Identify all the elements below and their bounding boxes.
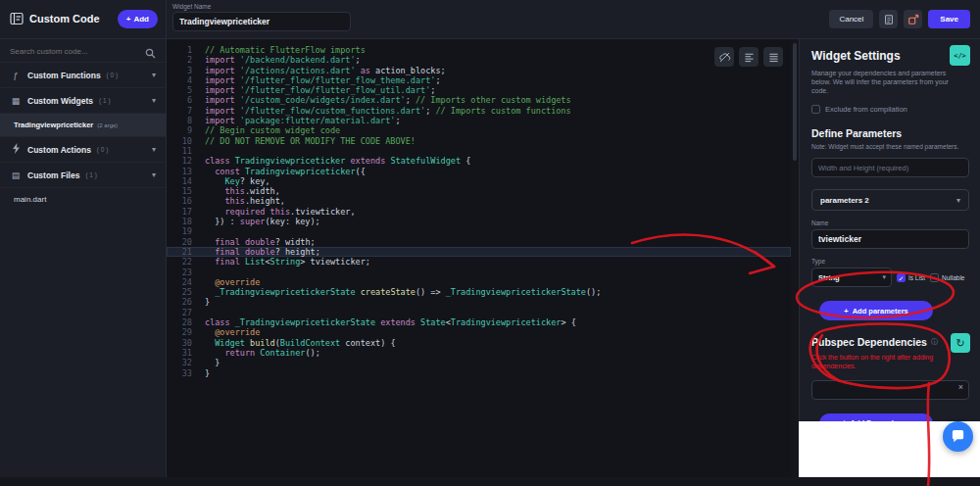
code-lines: 1// Automatic FlutterFlow imports2import… [167, 45, 791, 378]
parameter-group-header[interactable]: parameters 2 ▾ [811, 189, 969, 211]
line-number: 32 [167, 358, 192, 367]
line-number: 33 [167, 368, 192, 378]
chevron-down-icon[interactable]: ▾ [152, 96, 156, 105]
view-code-button[interactable]: </> [950, 45, 970, 66]
code-line: 15 this.width, [167, 186, 791, 196]
code-line: 11 [167, 146, 791, 156]
code-line: 16 this.height, [167, 196, 791, 206]
line-number: 28 [167, 317, 192, 327]
line-number: 30 [167, 338, 192, 348]
format-code-icon[interactable] [739, 47, 759, 67]
code-line: 31 return Container(); [167, 348, 791, 358]
sidebar-search [0, 39, 166, 63]
type-field-label: Type [811, 258, 968, 265]
line-number: 22 [167, 257, 192, 267]
code-line: 9// Begin custom widget code [167, 125, 791, 135]
file-list-item-main-dart[interactable]: main.dart [0, 188, 166, 210]
files-icon: ▤ [10, 170, 22, 180]
line-number: 16 [167, 196, 192, 206]
search-input[interactable] [0, 39, 142, 63]
width-height-input[interactable] [811, 158, 969, 177]
type-select[interactable]: String ▾ [811, 267, 892, 287]
line-number: 12 [167, 156, 192, 166]
code-line: 5import '/flutter_flow/flutter_flow_util… [167, 85, 791, 95]
parameter-name-input[interactable] [811, 229, 969, 249]
widget-name-input[interactable] [172, 12, 351, 31]
page-title: Custom Code [29, 13, 100, 24]
refresh-dependencies-button[interactable]: ↻ [951, 333, 970, 353]
actions-icon [10, 143, 22, 156]
line-number: 6 [167, 95, 192, 105]
scrollbar-thumb[interactable] [793, 43, 797, 161]
pubspec-dependencies-title: Pubspec Dependencies [811, 336, 927, 348]
exclude-from-compilation-checkbox[interactable]: Exclude from compilation [811, 105, 968, 114]
code-line: 14 Key? key, [167, 176, 791, 186]
panel-title: Widget Settings [811, 49, 968, 63]
code-line: 19 [167, 226, 791, 236]
chat-support-button[interactable] [943, 421, 973, 452]
code-line: 8import 'package:flutter/material.dart'; [167, 116, 791, 125]
checkbox-checked[interactable]: ✓ [897, 273, 906, 282]
line-number: 31 [167, 348, 192, 358]
sidebar: Custom Code +Add ƒ Custom Functions ( 0 … [0, 0, 167, 477]
line-number: 5 [167, 85, 192, 95]
line-number: 13 [167, 167, 192, 176]
widgets-icon: ▦ [10, 96, 22, 106]
line-number: 10 [167, 136, 192, 146]
line-wrap-icon[interactable] [763, 47, 783, 67]
line-number: 7 [167, 106, 192, 116]
bottom-bar [0, 477, 980, 486]
flutterflow-custom-code-screen: Custom Code +Add ƒ Custom Functions ( 0 … [0, 0, 980, 486]
sidebar-item-custom-files[interactable]: ▤ Custom Files ( 1 ) ▾ [0, 163, 166, 188]
code-editor[interactable]: 1// Automatic FlutterFlow imports2import… [167, 39, 791, 477]
copy-code-button[interactable] [879, 10, 898, 28]
checkbox-unchecked[interactable] [930, 273, 939, 282]
dependency-input[interactable] [811, 380, 969, 400]
add-parameters-button[interactable]: + Add parameters [819, 301, 933, 320]
chevron-down-icon[interactable]: ▾ [152, 71, 156, 79]
checkbox-unchecked[interactable] [811, 105, 820, 114]
line-number: 8 [167, 116, 192, 125]
save-button[interactable]: Save [928, 10, 970, 28]
sidebar-header: Custom Code +Add [0, 0, 166, 39]
search-icon [145, 45, 156, 63]
editor-toolbar [714, 47, 783, 67]
widget-list-item-selected[interactable]: Tradingviewpriceticker (2 args) [0, 114, 166, 137]
chevron-down-icon[interactable]: ▾ [152, 170, 156, 179]
plus-icon: + [844, 307, 848, 316]
line-number: 21 [167, 247, 192, 257]
pubspec-note-red: Click the button on the right after addi… [811, 353, 949, 370]
functions-icon: ƒ [10, 71, 22, 80]
line-number: 19 [167, 226, 192, 236]
chevron-down-icon: ▾ [882, 273, 886, 281]
clear-icon[interactable]: × [958, 382, 963, 392]
line-number: 11 [167, 146, 192, 156]
nullable-checkbox[interactable]: Nullable [930, 273, 965, 282]
code-line: 23 [167, 267, 791, 277]
is-list-checkbox[interactable]: ✓ Is List [897, 273, 925, 282]
info-icon: ⓘ [931, 337, 938, 347]
chevron-down-icon[interactable]: ▾ [152, 145, 156, 154]
define-parameters-title: Define Parameters [811, 127, 968, 139]
editor-scrollbar[interactable] [791, 39, 799, 477]
chevron-down-icon[interactable]: ▾ [956, 196, 960, 205]
line-number: 25 [167, 287, 192, 297]
code-line: 32 } [167, 358, 791, 367]
line-number: 17 [167, 207, 192, 217]
code-line: 25 _TradingviewpricetickerState createSt… [167, 287, 791, 297]
cancel-button[interactable]: Cancel [829, 10, 873, 28]
line-number: 14 [167, 176, 192, 186]
sidebar-item-custom-actions[interactable]: Custom Actions ( 0 ) ▾ [0, 137, 166, 163]
sidebar-item-custom-widgets[interactable]: ▦ Custom Widgets ( 1 ) ▾ [0, 88, 166, 114]
cloud-off-icon[interactable] [714, 47, 734, 67]
open-in-new-button[interactable] [904, 10, 922, 28]
sidebar-item-custom-functions[interactable]: ƒ Custom Functions ( 0 ) ▾ [0, 63, 166, 88]
code-line: 24 @override [167, 277, 791, 287]
line-number: 4 [167, 75, 192, 85]
line-number: 24 [167, 277, 192, 287]
line-number: 3 [167, 66, 192, 75]
code-line: 1// Automatic FlutterFlow imports [167, 45, 791, 55]
line-number: 23 [167, 267, 192, 277]
custom-code-icon [10, 12, 24, 29]
add-custom-code-button[interactable]: +Add [118, 10, 158, 28]
